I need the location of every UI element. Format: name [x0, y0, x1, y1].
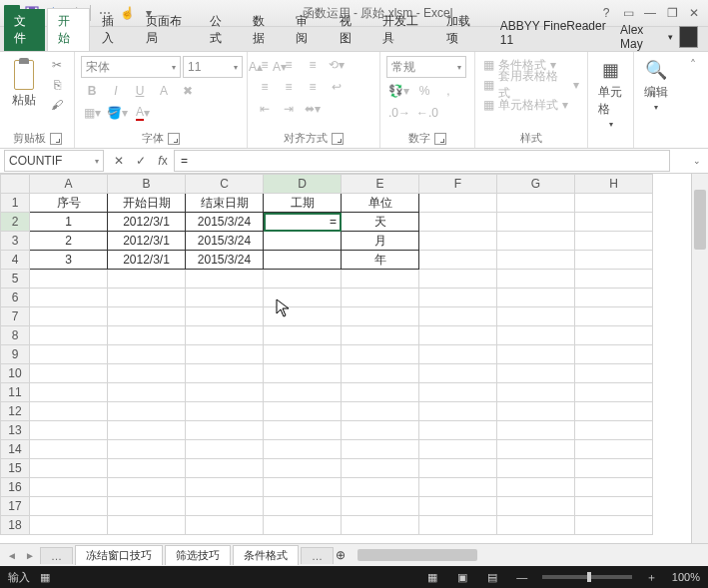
cell[interactable]	[497, 497, 575, 516]
cell[interactable]	[419, 402, 497, 421]
cell[interactable]	[575, 345, 653, 364]
cell[interactable]	[342, 459, 419, 478]
cell[interactable]	[108, 497, 186, 516]
cell[interactable]	[419, 326, 497, 345]
cell[interactable]	[108, 307, 186, 326]
restore-button[interactable]: ❐	[662, 3, 682, 23]
row-header[interactable]: 18	[1, 516, 30, 535]
format-painter-button[interactable]: 🖌	[46, 96, 68, 114]
cell[interactable]	[264, 478, 342, 497]
increase-decimal-icon[interactable]: .0→	[386, 104, 412, 122]
cell[interactable]	[419, 213, 497, 232]
align-center-icon[interactable]: ≡	[278, 78, 300, 96]
cell[interactable]	[575, 440, 653, 459]
row-header[interactable]: 16	[1, 478, 30, 497]
tab-addins[interactable]: 加载项	[436, 9, 488, 51]
tab-dev[interactable]: 开发工具	[372, 9, 434, 51]
col-header-D[interactable]: D	[264, 175, 342, 194]
cell[interactable]	[186, 402, 264, 421]
cell[interactable]: 1	[30, 213, 108, 232]
cell[interactable]	[30, 459, 108, 478]
cell[interactable]	[342, 516, 419, 535]
cut-button[interactable]: ✂	[46, 56, 68, 74]
horizontal-scrollbar[interactable]	[355, 547, 704, 563]
cell[interactable]	[108, 421, 186, 440]
paste-button[interactable]: 粘贴	[6, 56, 42, 111]
cell[interactable]	[419, 459, 497, 478]
cell[interactable]	[186, 440, 264, 459]
copy-button[interactable]: ⎘	[46, 76, 68, 94]
cell[interactable]	[264, 497, 342, 516]
merge-center-button[interactable]: ⬌▾	[302, 100, 324, 118]
cell[interactable]: 2	[30, 232, 108, 251]
cell[interactable]: 2012/3/1	[108, 251, 186, 270]
clipboard-launcher[interactable]	[50, 133, 62, 145]
align-right-icon[interactable]: ≡	[302, 78, 324, 96]
decrease-decimal-icon[interactable]: ←.0	[414, 104, 440, 122]
italic-button[interactable]: I	[105, 82, 127, 100]
cell[interactable]	[575, 232, 653, 251]
cancel-formula-button[interactable]: ✕	[108, 150, 130, 172]
cell[interactable]	[342, 478, 419, 497]
cell[interactable]: 2015/3/24	[186, 213, 264, 232]
cell[interactable]	[419, 364, 497, 383]
cell[interactable]	[264, 440, 342, 459]
cell[interactable]	[497, 459, 575, 478]
cell[interactable]: 工期	[264, 194, 342, 213]
align-middle-icon[interactable]: ≡	[278, 56, 300, 74]
col-header-E[interactable]: E	[342, 175, 419, 194]
cell[interactable]	[342, 440, 419, 459]
cell[interactable]	[264, 251, 342, 270]
cell[interactable]	[264, 232, 342, 251]
col-header-G[interactable]: G	[497, 175, 575, 194]
cell[interactable]	[264, 364, 342, 383]
cell[interactable]: 2015/3/24	[186, 251, 264, 270]
clear-format-button[interactable]: ✖	[177, 82, 199, 100]
cell[interactable]	[497, 326, 575, 345]
fx-button[interactable]: fx	[152, 150, 174, 172]
cell[interactable]	[575, 251, 653, 270]
cell[interactable]	[419, 345, 497, 364]
zoom-level[interactable]: 100%	[672, 571, 700, 583]
cell[interactable]	[30, 478, 108, 497]
cell[interactable]: 序号	[30, 194, 108, 213]
page-layout-view-button[interactable]: ▣	[452, 569, 472, 585]
cell[interactable]	[342, 383, 419, 402]
cell[interactable]: 2015/3/24	[186, 232, 264, 251]
cell[interactable]	[30, 270, 108, 289]
tab-view[interactable]: 视图	[330, 9, 370, 51]
font-size-combo[interactable]: 11▾	[183, 56, 243, 78]
cell[interactable]	[497, 270, 575, 289]
enter-formula-button[interactable]: ✓	[130, 150, 152, 172]
cell[interactable]	[108, 289, 186, 307]
cell[interactable]	[264, 326, 342, 345]
font-launcher[interactable]	[168, 133, 180, 145]
cell[interactable]	[497, 364, 575, 383]
cell[interactable]: 天	[342, 213, 419, 232]
tab-abbyy[interactable]: ABBYY FineReader 11	[490, 15, 618, 51]
cell[interactable]	[419, 383, 497, 402]
cell[interactable]	[264, 402, 342, 421]
cell[interactable]	[264, 270, 342, 289]
cell[interactable]	[108, 402, 186, 421]
name-box[interactable]: COUNTIF▾	[4, 150, 104, 172]
select-all-button[interactable]	[1, 175, 30, 194]
cell[interactable]	[497, 383, 575, 402]
row-header[interactable]: 1	[1, 194, 30, 213]
cell[interactable]	[497, 307, 575, 326]
phonetic-button[interactable]: A	[153, 82, 175, 100]
zoom-in-button[interactable]: ＋	[642, 569, 662, 585]
orientation-icon[interactable]: ⟲▾	[326, 56, 348, 74]
editing-button[interactable]: 🔍编辑▾	[640, 56, 672, 114]
user-area[interactable]: Alex May▾	[620, 23, 704, 51]
cell[interactable]	[186, 345, 264, 364]
cell[interactable]	[497, 402, 575, 421]
cell[interactable]	[186, 364, 264, 383]
cell[interactable]	[186, 497, 264, 516]
col-header-H[interactable]: H	[575, 175, 653, 194]
zoom-slider[interactable]	[542, 575, 632, 579]
cell[interactable]	[108, 516, 186, 535]
vertical-scrollbar[interactable]	[691, 174, 708, 543]
cell[interactable]: 结束日期	[186, 194, 264, 213]
align-bottom-icon[interactable]: ≡	[302, 56, 324, 74]
